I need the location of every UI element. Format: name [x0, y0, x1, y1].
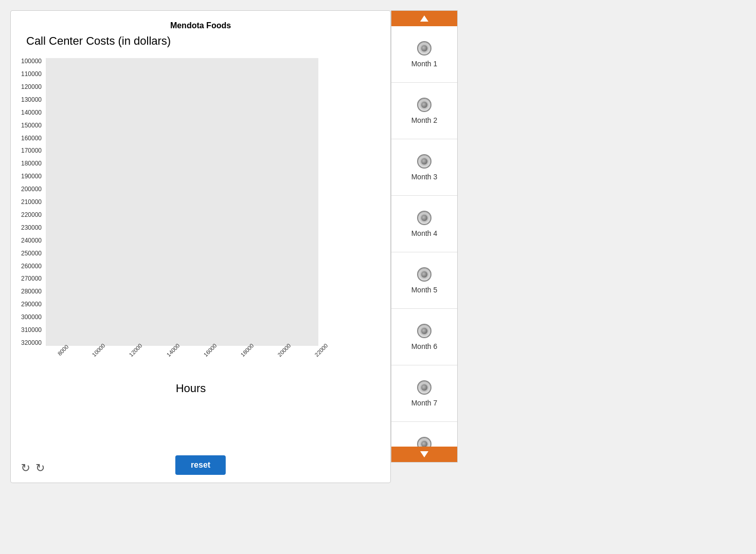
- y-axis-label: 190000: [21, 173, 42, 179]
- sidebar-item-month-6[interactable]: Month 6: [391, 309, 457, 365]
- chart-panel: Mendota Foods Call Center Costs (in doll…: [10, 10, 391, 483]
- sidebar: Month 1Month 2Month 3Month 4Month 5Month…: [391, 10, 458, 463]
- y-axis-label: 110000: [21, 71, 42, 77]
- sidebar-item-label: Month 5: [411, 286, 438, 294]
- sidebar-item-month-5[interactable]: Month 5: [391, 252, 457, 309]
- y-axis-label: 160000: [21, 135, 42, 141]
- y-axis-label: 270000: [21, 275, 42, 282]
- radio-button-icon: [417, 154, 431, 169]
- scroll-down-button[interactable]: [391, 447, 457, 462]
- radio-button-icon: [417, 324, 431, 338]
- y-axis-label: 180000: [21, 160, 42, 167]
- y-axis-label: 250000: [21, 250, 42, 256]
- y-axis-label: 240000: [21, 237, 42, 244]
- y-axis-labels: 3200003100003000002900002800002700002600…: [21, 58, 42, 346]
- y-axis-label: 170000: [21, 147, 42, 154]
- y-axis-label: 280000: [21, 288, 42, 294]
- sidebar-items: Month 1Month 2Month 3Month 4Month 5Month…: [391, 26, 457, 447]
- sidebar-item-label: Month 4: [411, 229, 438, 237]
- arrow-down-icon: [420, 451, 428, 457]
- reset-container: reset: [175, 455, 226, 475]
- y-axis-label: 140000: [21, 109, 42, 116]
- chart-area: 3200003100003000002900002800002700002600…: [21, 58, 380, 346]
- sidebar-item-month-4[interactable]: Month 4: [391, 196, 457, 252]
- y-axis-label: 130000: [21, 97, 42, 103]
- bottom-toolbar: ↺ ↻: [21, 461, 45, 475]
- x-axis-labels: 800010000120001400016000180002000022000: [55, 346, 327, 354]
- y-axis-label: 220000: [21, 212, 42, 218]
- x-axis-title: Hours: [55, 382, 327, 395]
- radio-button-icon: [417, 380, 431, 395]
- chart-plot[interactable]: [46, 58, 318, 346]
- y-axis-label: 120000: [21, 84, 42, 90]
- sidebar-item-label: Month 2: [411, 116, 438, 124]
- undo-button[interactable]: ↺: [21, 461, 30, 475]
- y-axis-label: 100000: [21, 58, 42, 64]
- redo-button[interactable]: ↻: [35, 461, 45, 475]
- y-axis-label: 290000: [21, 301, 42, 307]
- radio-button-icon: [417, 98, 431, 112]
- sidebar-item-label: Month 6: [411, 342, 438, 350]
- reset-button[interactable]: reset: [175, 455, 226, 475]
- radio-button-icon: [417, 211, 431, 225]
- x-axis-label: 8000: [57, 343, 70, 357]
- sidebar-item-label: Month 3: [411, 173, 438, 181]
- chart-subtitle: Call Center Costs (in dollars): [26, 34, 380, 48]
- y-axis-label: 200000: [21, 186, 42, 192]
- sidebar-item-month-3[interactable]: Month 3: [391, 139, 457, 196]
- y-axis-label: 320000: [21, 340, 42, 346]
- y-axis-label: 300000: [21, 314, 42, 320]
- y-axis-label: 260000: [21, 263, 42, 269]
- sidebar-item-month-1[interactable]: Month 1: [391, 26, 457, 83]
- radio-button-icon: [417, 437, 431, 447]
- sidebar-item-label: Month 1: [411, 60, 438, 68]
- radio-button-icon: [417, 41, 431, 56]
- y-axis-label: 230000: [21, 225, 42, 231]
- scroll-up-button[interactable]: [391, 11, 457, 26]
- sidebar-item-label: Month 7: [411, 399, 438, 407]
- chart-title: Mendota Foods: [21, 21, 380, 30]
- sidebar-item-month-7[interactable]: Month 7: [391, 365, 457, 422]
- y-axis-label: 150000: [21, 122, 42, 128]
- x-axis-container: 800010000120001400016000180002000022000: [55, 346, 327, 377]
- main-container: Mendota Foods Call Center Costs (in doll…: [10, 10, 458, 483]
- y-axis-label: 310000: [21, 327, 42, 333]
- radio-button-icon: [417, 267, 431, 282]
- sidebar-item-month-2[interactable]: Month 2: [391, 83, 457, 139]
- y-axis-label: 210000: [21, 199, 42, 205]
- sidebar-item-month-8[interactable]: Month 8: [391, 422, 457, 447]
- arrow-up-icon: [420, 15, 428, 22]
